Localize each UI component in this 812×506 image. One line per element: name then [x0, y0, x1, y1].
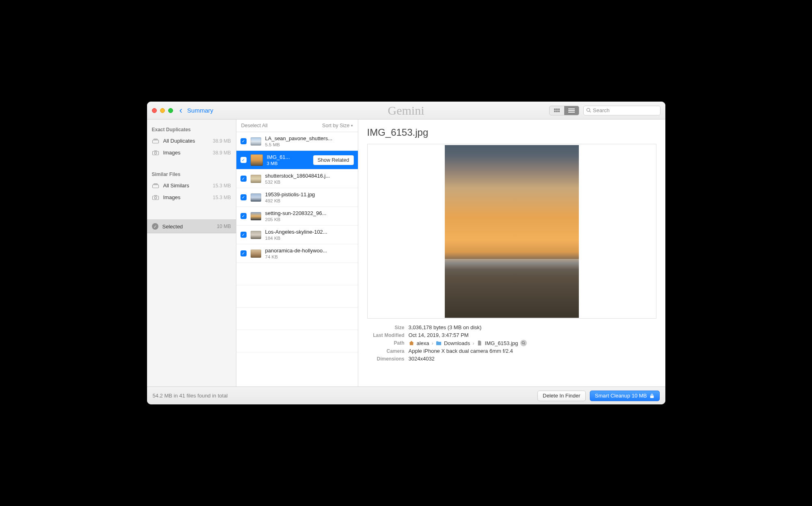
file-row[interactable]: ✓ panoramica-de-hollywoo... 74 KB — [236, 244, 358, 263]
empty-row — [236, 330, 358, 352]
svg-rect-3 — [152, 185, 158, 188]
deselect-all-button[interactable]: Deselect All — [241, 123, 268, 128]
main-content: Exact Duplicates All Duplicates 38.9 MB … — [147, 119, 665, 387]
smart-cleanup-button[interactable]: Smart Cleanup 10 MB — [590, 391, 660, 401]
preview-title: IMG_6153.jpg — [367, 127, 656, 138]
minimize-window-icon[interactable] — [160, 108, 165, 113]
home-icon — [409, 341, 414, 345]
list-view-button[interactable] — [564, 106, 579, 115]
file-row[interactable]: ✓ Los-Angeles-skyline-102... 184 KB — [236, 226, 358, 244]
file-thumbnail — [251, 175, 261, 183]
file-row[interactable]: ✓ shutterstock_186048416.j... 532 KB — [236, 169, 358, 188]
status-text: 54.2 MB in 41 files found in total — [153, 393, 228, 399]
view-mode-toggle — [549, 106, 579, 115]
reveal-in-finder-button[interactable] — [520, 340, 527, 346]
button-label: Smart Cleanup 10 MB — [595, 393, 647, 399]
file-row[interactable]: ✓ IMG_61... 3 MB Show Related — [236, 151, 358, 169]
checkbox[interactable]: ✓ — [240, 157, 247, 163]
sort-label: Sort by Size — [322, 123, 349, 128]
file-thumbnail — [251, 137, 261, 146]
file-name: panoramica-de-hollywoo... — [265, 248, 327, 254]
sidebar-item-size: 38.9 MB — [213, 150, 231, 156]
sidebar-item-selected[interactable]: ✓ Selected 10 MB — [147, 219, 236, 233]
search-placeholder: Search — [593, 107, 610, 113]
sidebar-heading-similar: Similar Files — [147, 167, 236, 180]
checkbox[interactable]: ✓ — [240, 176, 247, 182]
sidebar-item-size: 15.3 MB — [213, 195, 231, 200]
grid-view-button[interactable] — [550, 106, 564, 115]
sidebar-item-all-duplicates[interactable]: All Duplicates 38.9 MB — [147, 135, 236, 147]
path-segment-folder[interactable]: Downloads — [444, 340, 470, 346]
sidebar-item-size: 10 MB — [217, 224, 231, 229]
preview-panel: IMG_6153.jpg Size 3,036,178 bytes (3 MB … — [358, 119, 665, 387]
file-row[interactable]: ✓ LA_sean_pavone_shutters... 5.5 MB — [236, 132, 358, 151]
checkbox[interactable]: ✓ — [240, 213, 247, 219]
checkbox[interactable]: ✓ — [240, 232, 247, 238]
stack-icon — [152, 138, 159, 144]
svg-point-5 — [154, 197, 156, 199]
file-size: 3 MB — [267, 161, 290, 166]
stack-icon — [152, 183, 159, 189]
empty-row — [236, 308, 358, 330]
back-chevron-icon[interactable]: ‹ — [180, 105, 182, 116]
chevron-down-icon: ▾ — [351, 124, 353, 128]
file-size: 205 KB — [265, 217, 327, 222]
checkbox[interactable]: ✓ — [240, 250, 247, 256]
lock-icon — [650, 393, 654, 398]
svg-rect-0 — [152, 140, 158, 143]
meta-value-dimensions: 3024x4032 — [409, 356, 435, 362]
empty-row — [236, 285, 358, 308]
zoom-window-icon[interactable] — [168, 108, 173, 113]
sidebar-item-size: 15.3 MB — [213, 183, 231, 189]
sidebar-item-label: All Similars — [163, 182, 189, 189]
file-size: 74 KB — [265, 254, 327, 259]
file-thumbnail — [251, 154, 263, 166]
camera-icon — [152, 195, 159, 200]
checkmark-circle-icon: ✓ — [152, 223, 158, 230]
delete-in-finder-button[interactable]: Delete In Finder — [537, 391, 586, 401]
sidebar-item-all-similars[interactable]: All Similars 15.3 MB — [147, 180, 236, 191]
file-name: 19539-pistiolis-11.jpg — [265, 191, 315, 198]
button-label: Delete In Finder — [543, 393, 580, 399]
sidebar-item-label: Images — [163, 194, 181, 200]
file-row[interactable]: ✓ 19539-pistiolis-11.jpg 492 KB — [236, 188, 358, 207]
file-size: 532 KB — [265, 180, 330, 185]
file-name: shutterstock_186048416.j... — [265, 173, 330, 179]
search-icon — [522, 341, 526, 345]
close-window-icon[interactable] — [152, 108, 157, 113]
camera-icon — [152, 150, 159, 156]
search-input[interactable]: Search — [583, 106, 660, 115]
sidebar-item-label: All Duplicates — [163, 138, 195, 144]
file-name: setting-sun-2208322_96... — [265, 210, 327, 216]
summary-link[interactable]: Summary — [187, 107, 213, 114]
meta-value-modified: Oct 14, 2019, 3:47:57 PM — [409, 332, 469, 338]
list-icon — [568, 109, 575, 113]
path-segment-home[interactable]: alexa — [417, 340, 429, 346]
checkbox[interactable]: ✓ — [240, 194, 247, 200]
meta-value-camera: Apple iPhone X back dual camera 6mm f/2.… — [409, 348, 513, 354]
file-thumbnail — [251, 212, 261, 220]
checkbox[interactable]: ✓ — [240, 138, 247, 144]
svg-point-2 — [154, 152, 156, 154]
file-list-header: Deselect All Sort by Size ▾ — [236, 119, 358, 132]
bottom-bar: 54.2 MB in 41 files found in total Delet… — [147, 387, 665, 404]
sidebar-item-dup-images[interactable]: Images 38.9 MB — [147, 147, 236, 159]
show-related-button[interactable]: Show Related — [313, 155, 354, 165]
meta-value-size: 3,036,178 bytes (3 MB on disk) — [409, 324, 482, 330]
sidebar: Exact Duplicates All Duplicates 38.9 MB … — [147, 119, 236, 387]
sidebar-item-size: 38.9 MB — [213, 138, 231, 144]
titlebar: ‹ Summary Gemini Search — [147, 102, 665, 119]
preview-image-box — [367, 144, 656, 319]
file-list[interactable]: ✓ LA_sean_pavone_shutters... 5.5 MB ✓ IM… — [236, 132, 358, 387]
sidebar-item-sim-images[interactable]: Images 15.3 MB — [147, 191, 236, 203]
file-size: 184 KB — [265, 236, 327, 241]
file-thumbnail — [251, 250, 261, 258]
grid-icon — [554, 109, 560, 112]
path-segment-file[interactable]: IMG_6153.jpg — [485, 340, 518, 346]
sidebar-heading-duplicates: Exact Duplicates — [147, 123, 236, 135]
file-name: IMG_61... — [267, 154, 290, 160]
empty-row — [236, 263, 358, 285]
sidebar-item-label: Images — [163, 150, 181, 156]
file-row[interactable]: ✓ setting-sun-2208322_96... 205 KB — [236, 207, 358, 226]
sort-dropdown[interactable]: Sort by Size ▾ — [322, 123, 353, 128]
